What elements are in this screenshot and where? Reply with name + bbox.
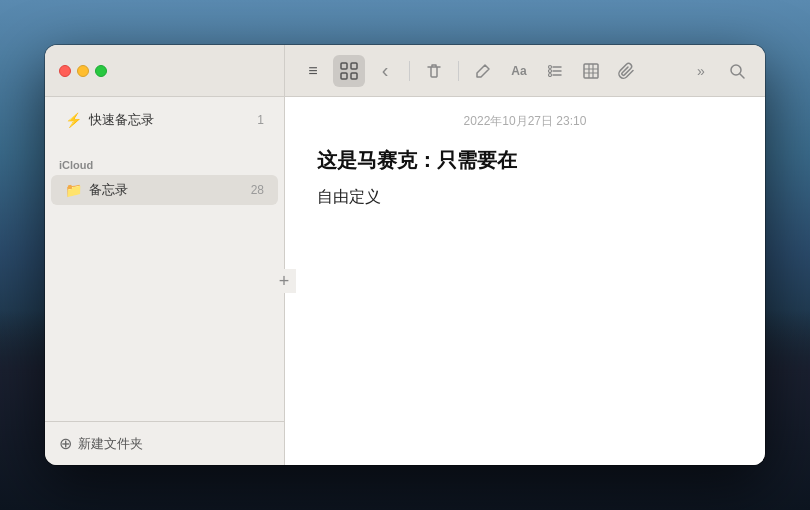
sidebar: + ⚡ 快速备忘录 1 iCloud 📁 备忘录 28 <box>45 97 285 465</box>
note-content: 这是马赛克：只需要在 自由定义 <box>285 142 765 234</box>
icloud-section: iCloud 📁 备忘录 28 <box>45 143 284 213</box>
list-view-button[interactable]: ≡ <box>297 55 329 87</box>
maximize-button[interactable] <box>95 65 107 77</box>
back-button[interactable]: ‹ <box>369 55 401 87</box>
attach-button[interactable] <box>611 55 643 87</box>
more-button[interactable]: » <box>685 55 717 87</box>
svg-rect-1 <box>351 63 357 69</box>
folder-icon: 📁 <box>65 182 81 198</box>
lightning-icon: ⚡ <box>65 112 81 128</box>
delete-button[interactable] <box>418 55 450 87</box>
minimize-button[interactable] <box>77 65 89 77</box>
table-button[interactable] <box>575 55 607 87</box>
quick-notes-label: 快速备忘录 <box>89 111 249 129</box>
toolbar-divider-2 <box>458 61 459 81</box>
svg-point-4 <box>549 65 552 68</box>
sidebar-footer: ⊕ 新建文件夹 <box>45 421 284 465</box>
edit-button[interactable] <box>467 55 499 87</box>
toolbar-divider-1 <box>409 61 410 81</box>
notes-label: 备忘录 <box>89 181 243 199</box>
svg-point-8 <box>549 73 552 76</box>
grid-view-button[interactable] <box>333 55 365 87</box>
add-folder-icon: ⊕ <box>59 434 72 453</box>
svg-rect-3 <box>351 73 357 79</box>
main-toolbar: ≡ ‹ Aa <box>285 45 765 96</box>
svg-rect-10 <box>584 64 598 78</box>
new-folder-label: 新建文件夹 <box>78 435 143 453</box>
app-window: ≡ ‹ Aa <box>45 45 765 465</box>
note-area[interactable]: 2022年10月27日 23:10 这是马赛克：只需要在 自由定义 <box>285 97 765 465</box>
search-button[interactable] <box>721 55 753 87</box>
add-note-button[interactable]: + <box>272 269 296 293</box>
sidebar-item-notes[interactable]: 📁 备忘录 28 <box>51 175 278 205</box>
svg-rect-0 <box>341 63 347 69</box>
icloud-header: iCloud <box>45 151 284 175</box>
note-timestamp: 2022年10月27日 23:10 <box>285 97 765 142</box>
new-folder-button[interactable]: ⊕ 新建文件夹 <box>59 434 270 453</box>
svg-rect-2 <box>341 73 347 79</box>
font-button[interactable]: Aa <box>503 55 535 87</box>
traffic-lights <box>59 65 107 77</box>
quick-notes-section: ⚡ 快速备忘录 1 <box>45 97 284 143</box>
content-area: + ⚡ 快速备忘录 1 iCloud 📁 备忘录 28 <box>45 97 765 465</box>
note-body: 自由定义 <box>317 184 733 210</box>
toolbar: ≡ ‹ Aa <box>45 45 765 97</box>
svg-point-6 <box>549 69 552 72</box>
quick-notes-count: 1 <box>257 113 264 127</box>
close-button[interactable] <box>59 65 71 77</box>
note-title: 这是马赛克：只需要在 <box>317 146 733 174</box>
notes-count: 28 <box>251 183 264 197</box>
svg-line-16 <box>740 74 744 78</box>
checklist-button[interactable] <box>539 55 571 87</box>
sidebar-toolbar <box>45 45 285 96</box>
sidebar-item-quick-notes[interactable]: ⚡ 快速备忘录 1 <box>51 105 278 135</box>
